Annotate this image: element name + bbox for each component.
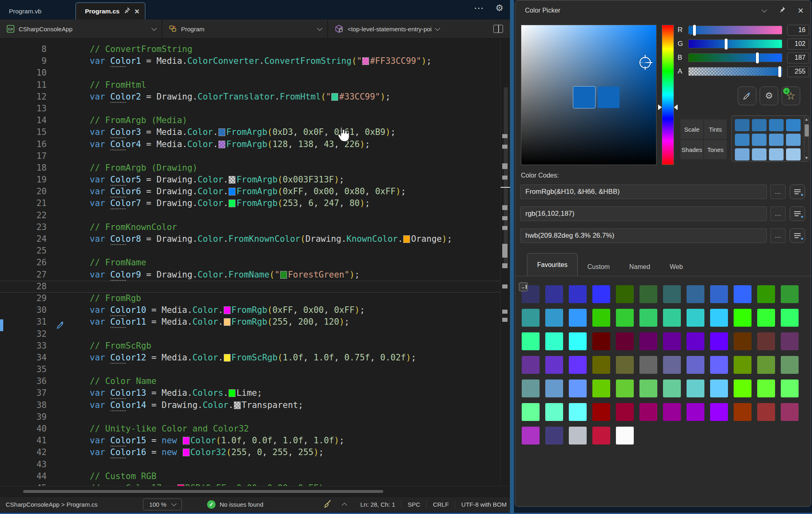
editor-vertical-scrollbar[interactable] bbox=[500, 39, 511, 486]
r-slider-track[interactable] bbox=[688, 26, 782, 35]
favourite-swatch[interactable] bbox=[734, 380, 752, 397]
inline-color-swatch[interactable] bbox=[229, 176, 235, 184]
inline-color-swatch[interactable] bbox=[224, 306, 231, 314]
zoom-selector[interactable]: 100 % bbox=[143, 499, 182, 510]
favourite-swatch[interactable] bbox=[781, 309, 799, 327]
code-line-20[interactable]: 20var Color6 = Drawing.Color.FromArgb(0x… bbox=[0, 186, 500, 197]
favourite-swatch[interactable] bbox=[545, 380, 563, 397]
scrollbar-thumb[interactable] bbox=[805, 124, 809, 137]
code-line-17[interactable]: 17 bbox=[0, 150, 500, 162]
code-line-43[interactable]: 43 bbox=[0, 459, 500, 471]
tab-favourites[interactable]: Favourites bbox=[527, 253, 578, 276]
code-line-27[interactable]: 27var Color9 = Drawing.Color.FromName("F… bbox=[0, 269, 500, 281]
favourite-swatch[interactable] bbox=[781, 332, 799, 350]
editor-horizontal-scrollbar[interactable] bbox=[0, 486, 511, 497]
favourite-swatch[interactable] bbox=[522, 380, 540, 397]
favourite-swatch[interactable] bbox=[687, 403, 704, 421]
code-line-25[interactable]: 25 bbox=[0, 245, 500, 257]
favourite-swatch[interactable] bbox=[734, 285, 752, 303]
code-line-18[interactable]: 18// FromArgb (Drawing) bbox=[0, 162, 500, 174]
tab-program-vb[interactable]: Program.vb bbox=[0, 3, 50, 20]
favourite-swatch[interactable] bbox=[569, 380, 587, 397]
favourite-swatch[interactable] bbox=[757, 285, 775, 303]
favourite-swatch[interactable] bbox=[616, 356, 634, 374]
favourite-swatch[interactable] bbox=[639, 285, 657, 303]
code-line-23[interactable]: 23// FromKnownColor bbox=[0, 221, 500, 233]
settings-gear-icon[interactable]: ⚙ bbox=[495, 3, 503, 13]
favourite-swatch[interactable] bbox=[734, 332, 752, 350]
favourite-swatch[interactable] bbox=[592, 356, 610, 374]
favourite-swatch[interactable] bbox=[687, 309, 704, 327]
code-cleanup-broom-icon[interactable] bbox=[322, 499, 332, 510]
scale-swatch[interactable] bbox=[735, 119, 749, 131]
favourite-swatch[interactable] bbox=[545, 427, 563, 445]
indentation-mode[interactable]: SPC bbox=[408, 501, 420, 508]
favourite-swatch[interactable] bbox=[639, 332, 657, 350]
hue-strip[interactable] bbox=[662, 25, 674, 165]
code-line-10[interactable]: 10 bbox=[0, 67, 500, 79]
previous-color-swatch[interactable] bbox=[598, 87, 620, 108]
favourite-swatch[interactable] bbox=[569, 309, 587, 327]
favourite-swatch[interactable] bbox=[545, 285, 563, 303]
favourite-swatch[interactable] bbox=[663, 309, 681, 327]
code-line-11[interactable]: 11// FromHtml bbox=[0, 79, 500, 91]
tab-custom[interactable]: Custom bbox=[578, 258, 620, 276]
favourite-swatch[interactable] bbox=[663, 403, 681, 421]
b-value-field[interactable]: 187 bbox=[787, 52, 809, 63]
eyedropper-button[interactable] bbox=[738, 87, 756, 105]
favourite-swatch[interactable] bbox=[710, 380, 728, 397]
favourite-swatch[interactable] bbox=[545, 356, 563, 374]
g-slider-track[interactable] bbox=[688, 39, 782, 48]
slider-handle[interactable] bbox=[778, 66, 781, 77]
inline-color-swatch[interactable] bbox=[218, 141, 225, 148]
color-code-input-hwb[interactable]: hwb(209.82deg 6.3% 26.7%) bbox=[520, 228, 767, 243]
scale-button[interactable]: Scale bbox=[680, 119, 703, 139]
caret-position[interactable]: Ln: 28, Ch: 1 bbox=[360, 501, 395, 508]
code-line-34[interactable]: 34var Color12 = Media.Color.FromScRgb(1.… bbox=[0, 352, 500, 364]
chevron-down-icon[interactable] bbox=[762, 7, 767, 13]
inline-color-swatch[interactable] bbox=[229, 389, 235, 397]
favourite-swatch[interactable] bbox=[781, 403, 799, 421]
code-line-22[interactable]: 22 bbox=[0, 210, 500, 221]
scale-swatch[interactable] bbox=[769, 119, 784, 131]
favourite-swatch[interactable] bbox=[616, 309, 634, 327]
inline-color-swatch[interactable] bbox=[234, 401, 241, 409]
code-line-31[interactable]: 31var Color11 = Media.Color.FromRgb(255,… bbox=[0, 316, 500, 328]
color-adornment-dropper-icon[interactable] bbox=[56, 321, 65, 332]
favourite-swatch[interactable] bbox=[663, 380, 681, 397]
add-favourite-button[interactable]: ☆+ bbox=[782, 87, 800, 105]
scale-swatch[interactable] bbox=[752, 134, 767, 146]
inline-color-swatch[interactable] bbox=[229, 188, 235, 195]
code-line-42[interactable]: 42var Color16 = new Color32(255, 0, 255,… bbox=[0, 447, 500, 458]
code-line-14[interactable]: 14// FromArgb (Media) bbox=[0, 115, 500, 126]
pin-icon[interactable] bbox=[123, 7, 130, 15]
code-line-35[interactable]: 35 bbox=[0, 364, 500, 375]
code-format-button[interactable] bbox=[790, 206, 805, 221]
favourite-swatch[interactable] bbox=[734, 403, 752, 421]
code-line-21[interactable]: 21var Color7 = Drawing.Color.FromArgb(25… bbox=[0, 197, 500, 209]
code-line-19[interactable]: 19var Color5 = Drawing.Color.FromArgb(0x… bbox=[0, 174, 500, 186]
color-code-input-vb[interactable]: FromRgb(&H10, &H66, &HBB) bbox=[520, 184, 767, 199]
code-line-15[interactable]: 15var Color3 = Media.Color.FromArgb(0xD3… bbox=[0, 126, 500, 138]
scale-swatch[interactable] bbox=[735, 148, 749, 160]
code-line-9[interactable]: 9var Color1 = Media.ColorConverter.Conve… bbox=[0, 55, 500, 67]
code-line-28[interactable]: 28 bbox=[0, 281, 500, 293]
more-options-icon[interactable]: ⋯ bbox=[474, 2, 484, 14]
pin-icon[interactable] bbox=[778, 6, 786, 15]
favourite-swatch[interactable] bbox=[592, 427, 610, 445]
scale-swatch[interactable] bbox=[752, 148, 767, 160]
line-ending-mode[interactable]: CRLF bbox=[433, 501, 449, 508]
favourite-swatch[interactable] bbox=[687, 380, 704, 397]
favourite-swatch[interactable] bbox=[757, 403, 775, 421]
color-code-input-rgb[interactable]: rgb(16,102,187) bbox=[520, 206, 767, 221]
favourite-swatch[interactable] bbox=[616, 380, 634, 397]
favourite-swatch[interactable] bbox=[569, 356, 587, 374]
code-options-button[interactable]: … bbox=[770, 228, 786, 243]
inline-color-swatch[interactable] bbox=[280, 271, 287, 279]
favourite-swatch[interactable] bbox=[710, 403, 728, 421]
favourite-swatch[interactable] bbox=[522, 427, 540, 445]
code-line-30[interactable]: 30var Color10 = Media.Color.FromRgb(0xFF… bbox=[0, 304, 500, 316]
favourite-swatch[interactable] bbox=[522, 403, 540, 421]
code-line-16[interactable]: 16var Color4 = Media.Color.FromArgb(128,… bbox=[0, 139, 500, 150]
favourite-swatch[interactable] bbox=[545, 332, 563, 350]
